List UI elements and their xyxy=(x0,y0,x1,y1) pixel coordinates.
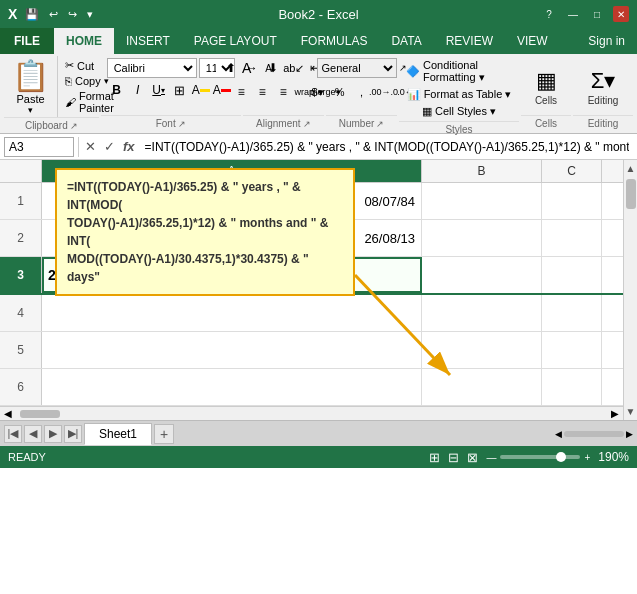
text-direction-btn[interactable]: ab↙ xyxy=(284,58,304,78)
view-page-break-btn[interactable]: ⊠ xyxy=(467,450,478,465)
tab-page-layout[interactable]: PAGE LAYOUT xyxy=(182,28,289,54)
cell-b2[interactable] xyxy=(422,220,542,256)
row-num-3[interactable]: 3 xyxy=(0,257,42,293)
hscroll-thumb[interactable] xyxy=(564,431,624,437)
decimal-inc-btn[interactable]: .00→.0 xyxy=(374,82,394,102)
cell-c4[interactable] xyxy=(542,295,602,331)
close-btn[interactable]: ✕ xyxy=(613,6,629,22)
align-bottom-btn[interactable]: ⬇ xyxy=(263,58,283,78)
cell-a6[interactable] xyxy=(42,369,422,405)
paste-button[interactable]: 📋 Paste ▾ xyxy=(4,56,58,117)
sheet-tab-sheet1[interactable]: Sheet1 xyxy=(84,423,152,445)
cell-b4[interactable] xyxy=(422,295,542,331)
zoom-slider[interactable] xyxy=(500,455,580,459)
cells-button[interactable]: ▦ Cells xyxy=(526,65,566,105)
align-right-btn[interactable]: ≡ xyxy=(273,82,293,102)
tab-view[interactable]: VIEW xyxy=(505,28,560,54)
row-num-1[interactable]: 1 xyxy=(0,183,42,219)
hscroll-left[interactable]: ◀ xyxy=(555,429,562,439)
underline-button[interactable]: U▾ xyxy=(149,80,169,100)
align-center-btn[interactable]: ≡ xyxy=(252,82,272,102)
sheet-nav-last[interactable]: ▶| xyxy=(64,425,82,443)
tab-signin[interactable]: Sign in xyxy=(576,28,637,54)
row-num-4[interactable]: 4 xyxy=(0,295,42,331)
col-header-b[interactable]: B xyxy=(422,160,542,182)
sheet-nav-first[interactable]: |◀ xyxy=(4,425,22,443)
tab-data[interactable]: DATA xyxy=(379,28,433,54)
cancel-formula-btn[interactable]: ✕ xyxy=(83,139,98,154)
sheet-nav-next[interactable]: ▶ xyxy=(44,425,62,443)
formula-input[interactable] xyxy=(141,136,633,158)
zoom-thumb xyxy=(556,452,566,462)
cell-c6[interactable] xyxy=(542,369,602,405)
italic-button[interactable]: I xyxy=(128,80,148,100)
format-as-table-btn[interactable]: 📊 Format as Table ▾ xyxy=(404,87,515,102)
tab-home[interactable]: HOME xyxy=(54,28,114,54)
insert-function-btn[interactable]: fx xyxy=(121,139,137,154)
save-quick-btn[interactable]: 💾 xyxy=(23,6,41,23)
tab-formulas[interactable]: FORMULAS xyxy=(289,28,380,54)
cell-b5[interactable] xyxy=(422,332,542,368)
view-layout-btn[interactable]: ⊟ xyxy=(448,450,459,465)
fill-color-btn[interactable]: A xyxy=(191,80,211,100)
cell-styles-btn[interactable]: ▦ Cell Styles ▾ xyxy=(419,104,499,119)
number-format-select[interactable]: General xyxy=(317,58,397,78)
redo-quick-btn[interactable]: ↪ xyxy=(66,6,79,23)
h-scroll-thumb[interactable] xyxy=(20,410,60,418)
sheet-nav-prev[interactable]: ◀ xyxy=(24,425,42,443)
cell-c3[interactable] xyxy=(542,257,602,293)
undo-quick-btn[interactable]: ↩ xyxy=(47,6,60,23)
editing-icon: Σ▾ xyxy=(591,69,616,93)
formula-divider xyxy=(78,137,79,157)
row-num-2[interactable]: 2 xyxy=(0,220,42,256)
v-scrollbar: ▲ ▼ xyxy=(623,160,637,420)
scroll-down-btn[interactable]: ▼ xyxy=(623,403,637,420)
ribbon: 📋 Paste ▾ ✂ Cut ⎘ Copy ▾ 🖌 Format Painte… xyxy=(0,54,637,134)
maximize-btn[interactable]: □ xyxy=(589,6,605,22)
percent-btn[interactable]: % xyxy=(330,82,350,102)
tab-review[interactable]: REVIEW xyxy=(434,28,505,54)
view-normal-btn[interactable]: ⊞ xyxy=(429,450,440,465)
bold-button[interactable]: B xyxy=(107,80,127,100)
tab-file[interactable]: FILE xyxy=(0,28,54,54)
hscroll-right[interactable]: ▶ xyxy=(626,429,633,439)
number-expand-icon[interactable]: ↗ xyxy=(376,119,384,129)
cell-ref-box[interactable]: A3 xyxy=(4,137,74,157)
font-expand-icon[interactable]: ↗ xyxy=(178,119,186,129)
scroll-right-btn[interactable]: ▶ xyxy=(607,408,623,419)
font-name-select[interactable]: Calibri xyxy=(107,58,197,78)
border-btn[interactable]: ⊞ xyxy=(170,80,190,100)
help-btn[interactable]: ? xyxy=(541,6,557,22)
new-sheet-btn[interactable]: + xyxy=(154,424,174,444)
cell-c2[interactable] xyxy=(542,220,602,256)
align-left-btn[interactable]: ≡ xyxy=(231,82,251,102)
currency-btn[interactable]: $▾ xyxy=(308,82,328,102)
format-painter-icon: 🖌 xyxy=(65,96,76,108)
zoom-level[interactable]: 190% xyxy=(598,450,629,464)
align-top-btn[interactable]: ⬆ xyxy=(221,58,241,78)
alignment-expand-icon[interactable]: ↗ xyxy=(303,119,311,129)
row-num-5[interactable]: 5 xyxy=(0,332,42,368)
cell-c1[interactable] xyxy=(542,183,602,219)
tab-insert[interactable]: INSERT xyxy=(114,28,182,54)
more-quick-btn[interactable]: ▾ xyxy=(85,6,95,23)
scroll-left-btn[interactable]: ◀ xyxy=(0,408,16,419)
cell-a5[interactable] xyxy=(42,332,422,368)
clipboard-expand-icon[interactable]: ↗ xyxy=(70,121,78,131)
align-middle-btn[interactable]: ↔ xyxy=(242,58,262,78)
v-scroll-thumb[interactable] xyxy=(626,179,636,209)
cell-b6[interactable] xyxy=(422,369,542,405)
cell-c5[interactable] xyxy=(542,332,602,368)
editing-button[interactable]: Σ▾ Editing xyxy=(582,65,625,105)
cell-b1[interactable] xyxy=(422,183,542,219)
cell-b3[interactable] xyxy=(422,257,542,293)
scroll-up-btn[interactable]: ▲ xyxy=(623,160,637,177)
minimize-btn[interactable]: — xyxy=(565,6,581,22)
conditional-formatting-btn[interactable]: 🔷 Conditional Formatting ▾ xyxy=(403,58,515,85)
cell-styles-icon: ▦ xyxy=(422,105,432,118)
col-header-c[interactable]: C xyxy=(542,160,602,182)
row-num-6[interactable]: 6 xyxy=(0,369,42,405)
font-color-btn[interactable]: A xyxy=(212,80,232,100)
confirm-formula-btn[interactable]: ✓ xyxy=(102,139,117,154)
cell-a4[interactable] xyxy=(42,295,422,331)
